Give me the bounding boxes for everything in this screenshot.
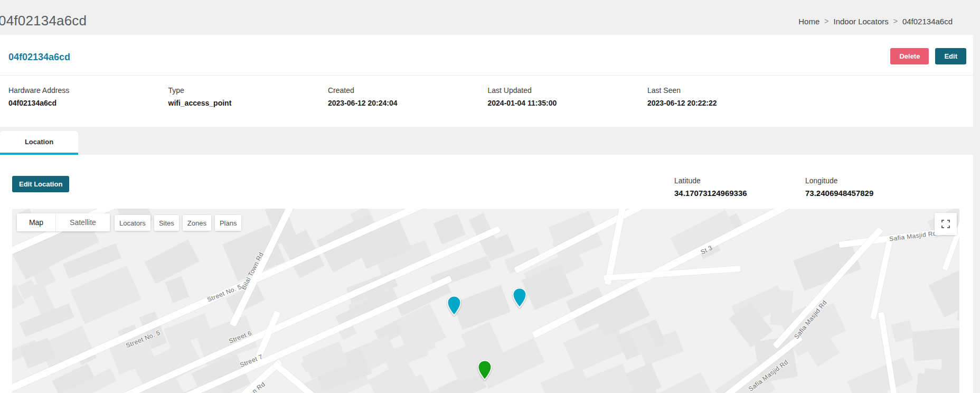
map-building [70,265,142,324]
breadcrumb-item-indoor-locators[interactable]: Indoor Locators [833,17,888,26]
map-type-control: Map Satellite [17,213,110,231]
fullscreen-button[interactable] [935,213,957,235]
map-type-map-button[interactable]: Map [17,213,55,231]
breadcrumb-item-home[interactable]: Home [798,17,819,26]
field-value: wifi_access_point [168,99,328,107]
field-value: 2023-06-12 20:22:22 [647,99,807,107]
street-label: Safia Masjid Rd [889,230,937,243]
field-type: Typewifi_access_point [168,86,328,107]
device-card: 04f02134a6cd Delete Edit Hardware Addres… [0,35,973,127]
map-building [940,357,959,393]
latitude-value: 34.17073124969336 [674,189,747,198]
longitude-value: 73.2406948457829 [805,189,873,198]
map-road [870,240,892,319]
field-label: Hardware Address [8,86,168,95]
breadcrumb-item-04f02134a6cd: 04f02134a6cd [902,17,953,26]
longitude-field: Longitude 73.2406948457829 [805,176,873,198]
latitude-field: Latitude 34.17073124969336 [674,176,747,198]
map-layer-button-zones[interactable]: Zones [183,215,211,231]
breadcrumb: Home>Indoor Locators>04f02134a6cd [798,16,953,26]
field-label: Created [328,86,488,95]
field-last-seen: Last Seen2023-06-12 20:22:22 [647,86,807,107]
map-layer-buttons: LocatorsSitesZonesPlans [115,215,241,231]
device-fields: Hardware Address04f02134a6cdTypewifi_acc… [8,86,967,107]
field-value: 04f02134a6cd [8,99,168,107]
field-last-updated: Last Updated2024-01-04 11:35:00 [488,86,648,107]
field-label: Last Seen [647,86,807,95]
latitude-label: Latitude [674,176,747,185]
locator-pin-1[interactable] [446,295,462,316]
locator-pin-2[interactable] [512,287,527,308]
map-layer-button-plans[interactable]: Plans [215,215,242,231]
map-building [891,320,913,342]
tab-location[interactable]: Location [0,131,78,155]
field-label: Type [168,86,328,95]
map-building [912,326,959,361]
map-building [847,357,913,393]
fullscreen-icon [941,220,950,228]
breadcrumb-separator: > [824,17,828,25]
map-canvas[interactable]: Map Satellite LocatorsSitesZonesPlans St… [12,209,959,393]
map-building [165,276,190,303]
map-building [928,261,959,317]
map-building [144,239,199,284]
field-value: 2024-01-04 11:35:00 [488,99,648,107]
device-card-title: 04f02134a6cd [8,52,70,63]
map-layer-button-sites[interactable]: Sites [154,215,179,231]
tab-location-label: Location [25,138,53,146]
location-panel: Edit Location Latitude 34.17073124969336… [0,155,973,393]
edit-location-button[interactable]: Edit Location [12,176,69,192]
field-hardware-address: Hardware Address04f02134a6cd [8,86,168,107]
field-label: Last Updated [488,86,648,95]
card-divider [0,75,973,76]
map-type-satellite-button[interactable]: Satellite [55,213,110,231]
breadcrumb-separator: > [893,17,898,25]
device-card-actions: Delete Edit [890,48,966,64]
edit-button[interactable]: Edit [935,48,966,64]
field-value: 2023-06-12 20:24:04 [328,99,488,107]
map-layer-button-locators[interactable]: Locators [115,215,150,231]
delete-button[interactable]: Delete [890,48,929,64]
map-building [434,213,466,244]
field-created: Created2023-06-12 20:24:04 [328,86,488,107]
map-building [770,289,793,326]
selected-locator-pin[interactable] [477,360,493,381]
longitude-label: Longitude [805,176,873,185]
page-title: 04f02134a6cd [0,13,87,29]
